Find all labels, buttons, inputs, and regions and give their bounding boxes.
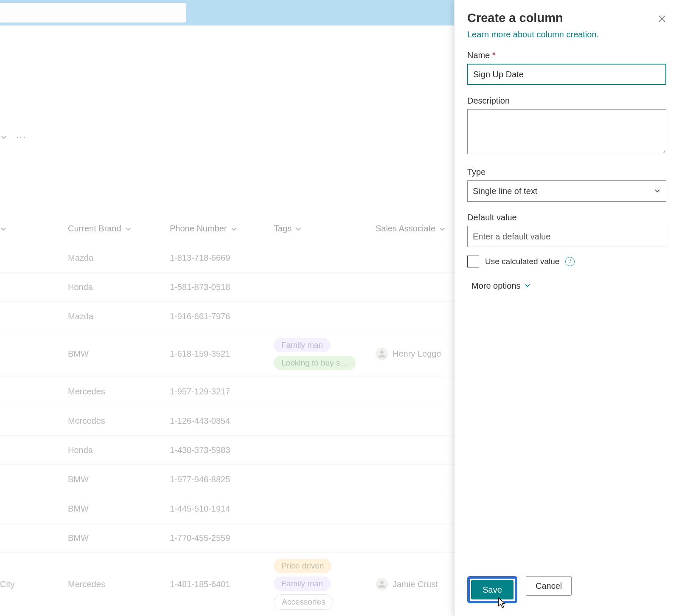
cell-brand: Honda — [68, 282, 170, 292]
cell-tags — [274, 447, 376, 453]
tag-pill[interactable]: Price driven — [274, 559, 331, 573]
cell-tags — [274, 535, 376, 540]
save-button-highlight: Save — [467, 576, 517, 603]
save-button[interactable]: Save — [471, 580, 513, 599]
create-column-panel: Create a column Learn more about column … — [454, 0, 679, 616]
type-select[interactable]: Single line of text — [467, 180, 666, 202]
tag-pill[interactable]: Accessories — [274, 594, 333, 610]
cell-phone: 1-770-455-2559 — [170, 533, 274, 543]
toolbar-row: ··· — [0, 132, 26, 143]
cell-brand: BMW — [68, 475, 170, 484]
tag-pill[interactable]: Family man — [274, 338, 331, 352]
type-selected-value: Single line of text — [473, 186, 537, 196]
chevron-down-icon — [524, 281, 531, 291]
info-icon[interactable]: i — [565, 257, 575, 266]
calculated-value-label: Use calculated value — [485, 257, 559, 266]
cell-tags: Family manLooking to buy s… — [274, 335, 376, 373]
column-header-brand[interactable]: Current Brand — [68, 224, 170, 233]
panel-footer: Save Cancel — [455, 568, 679, 616]
cell-phone: 1-445-510-1914 — [170, 504, 274, 514]
cell-tags — [274, 284, 376, 290]
cell-brand: BMW — [68, 533, 170, 543]
default-value-label: Default value — [467, 213, 666, 222]
column-label: Tags — [274, 224, 292, 233]
learn-more-link[interactable]: Learn more about column creation. — [467, 30, 599, 39]
column-label: Current Brand — [68, 224, 121, 233]
avatar-icon — [376, 578, 388, 591]
panel-title: Create a column — [467, 11, 563, 25]
default-value-input[interactable] — [467, 226, 666, 247]
cell-brand: BMW — [68, 504, 170, 514]
name-label: Name * — [467, 51, 666, 60]
name-label-text: Name — [467, 51, 490, 60]
name-input[interactable] — [467, 64, 666, 85]
close-icon[interactable] — [658, 14, 666, 25]
column-header-phone[interactable]: Phone Number — [170, 224, 274, 233]
more-actions-button[interactable]: ··· — [16, 132, 26, 143]
chevron-down-icon — [654, 186, 661, 196]
cancel-button[interactable]: Cancel — [526, 576, 572, 596]
cell-tags — [274, 314, 376, 319]
cell-phone: 1-618-159-3521 — [170, 349, 274, 359]
cell-tags — [274, 477, 376, 482]
tag-pill[interactable]: Looking to buy s… — [274, 356, 356, 370]
toolbar-dropdown[interactable] — [0, 133, 8, 141]
search-input[interactable] — [0, 3, 186, 23]
cell-tags — [274, 506, 376, 511]
cell-brand: Mazda — [68, 312, 170, 321]
cell-brand: Honda — [68, 445, 170, 455]
cell-phone: 1-916-661-7976 — [170, 312, 274, 321]
cell-brand: Mazda — [68, 253, 170, 263]
column-header-partial[interactable] — [0, 225, 68, 232]
cell-phone: 1-481-185-6401 — [170, 579, 274, 589]
cell-tags: Price drivenFamily manAccessories — [274, 556, 376, 610]
cell-phone: 1-430-373-5983 — [170, 445, 274, 455]
associate-name: Jamie Crust — [393, 579, 438, 589]
cell-phone: 1-957-129-3217 — [170, 387, 274, 397]
column-label: Phone Number — [170, 224, 227, 233]
cell-tags — [274, 389, 376, 394]
cell-phone: 1-813-718-6669 — [170, 253, 274, 263]
more-options-toggle[interactable]: More options — [467, 281, 666, 291]
required-asterisk: * — [492, 51, 496, 60]
type-label: Type — [467, 167, 666, 177]
cell-brand: Mercedes — [68, 579, 170, 589]
cell-brand: Mercedes — [68, 387, 170, 397]
cell-tags — [274, 418, 376, 423]
cell-phone: 1-126-443-0854 — [170, 416, 274, 426]
associate-name: Henry Legge — [393, 349, 441, 359]
cell-tags — [274, 255, 376, 260]
cell-partial: City — [0, 579, 68, 589]
column-label: Sales Associate — [376, 224, 435, 233]
cell-phone: 1-581-873-0518 — [170, 282, 274, 292]
avatar-icon — [376, 348, 388, 360]
column-header-tags[interactable]: Tags — [274, 224, 376, 233]
cell-brand: BMW — [68, 349, 170, 359]
cell-brand: Mercedes — [68, 416, 170, 426]
more-options-label: More options — [471, 281, 521, 291]
cell-phone: 1-977-946-8825 — [170, 475, 274, 484]
description-label: Description — [467, 96, 666, 106]
calculated-value-checkbox[interactable] — [467, 256, 479, 267]
description-input[interactable] — [467, 109, 666, 154]
tag-pill[interactable]: Family man — [274, 577, 331, 591]
